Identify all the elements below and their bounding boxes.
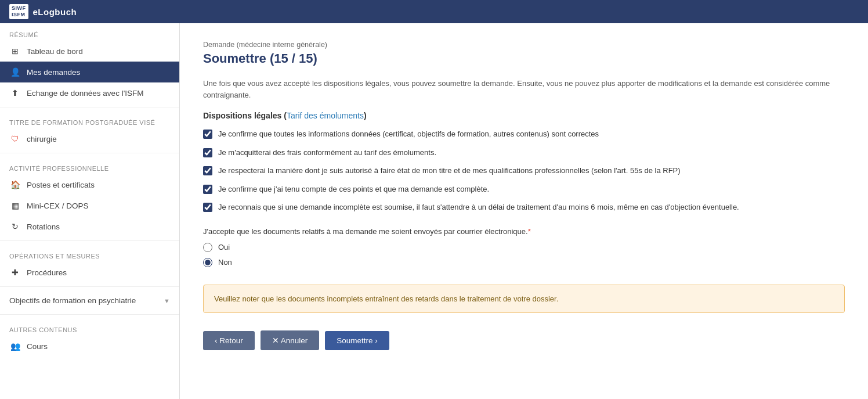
sidebar: Résumé ⊞ Tableau de bord 👤 Mes demandes … — [0, 23, 180, 399]
checkbox-4-label: Je confirme que j'ai tenu compte de ces … — [218, 184, 489, 195]
section-operations-label: Opérations et mesures — [0, 245, 179, 262]
dashboard-icon: ⊞ — [9, 46, 21, 56]
page-subtitle: Demande (médecine interne générale) — [203, 41, 845, 49]
radio-group: Oui Non — [203, 243, 845, 267]
sidebar-item-rotations[interactable]: ↻ Rotations — [0, 216, 179, 237]
chevron-down-icon: ▼ — [164, 297, 170, 304]
postes-icon: 🏠 — [9, 180, 21, 189]
radio-row-oui: Oui — [203, 243, 845, 252]
sidebar-item-procedures-label: Procédures — [27, 268, 67, 277]
checkbox-row-3: Je respecterai la manière dont je suis a… — [203, 165, 845, 177]
sidebar-item-minicex-label: Mini-CEX / DOPS — [27, 202, 89, 210]
retour-button[interactable]: ‹ Retour — [203, 331, 255, 350]
sidebar-item-echange-label: Echange de données avec l'ISFM — [27, 89, 143, 98]
checkbox-row-1: Je confirme que toutes les informations … — [203, 128, 845, 140]
checkbox-row-5: Je reconnais que si une demande incomplè… — [203, 202, 845, 213]
sidebar-item-postes[interactable]: 🏠 Postes et certificats — [0, 174, 179, 195]
checkbox-5[interactable] — [203, 203, 212, 212]
info-text: Une fois que vous avez accepté les dispo… — [203, 78, 845, 100]
annuler-button[interactable]: ✕ Annuler — [261, 330, 320, 350]
checkbox-1[interactable] — [203, 130, 212, 139]
checkbox-3[interactable] — [203, 166, 212, 175]
radio-non-label: Non — [218, 258, 232, 267]
topbar: SIWF ISFM eLogbuch — [0, 0, 868, 23]
section-titre-label: Titre de formation postgraduée visé — [0, 111, 179, 128]
checkbox-1-label: Je confirme que toutes les informations … — [218, 128, 599, 140]
radio-oui-label: Oui — [218, 243, 230, 251]
warning-box: Veuillez noter que les documents incompl… — [203, 285, 845, 314]
sidebar-item-mes-demandes[interactable]: 👤 Mes demandes — [0, 62, 179, 82]
checkbox-row-4: Je confirme que j'ai tenu compte de ces … — [203, 184, 845, 195]
sidebar-item-tableau[interactable]: ⊞ Tableau de bord — [0, 41, 179, 62]
checkbox-5-label: Je reconnais que si une demande incomplè… — [218, 202, 739, 213]
logo: SIWF ISFM eLogbuch — [9, 4, 77, 19]
sidebar-item-chirurgie[interactable]: 🛡 chirurgie — [0, 128, 179, 149]
checkbox-3-label: Je respecterai la manière dont je suis a… — [218, 165, 681, 177]
cours-icon: 👥 — [9, 342, 21, 351]
section-autres-label: Autres contenus — [0, 318, 179, 336]
sidebar-item-objectifs[interactable]: Objectifs de formation en psychiatrie ▼ — [0, 290, 179, 311]
rotations-icon: ↻ — [9, 222, 21, 231]
sidebar-item-cours[interactable]: 👥 Cours — [0, 336, 179, 357]
logo-box: SIWF ISFM — [9, 4, 28, 19]
sidebar-item-tableau-label: Tableau de bord — [27, 47, 83, 56]
legal-title: Dispositions légales (Tarif des émolumen… — [203, 111, 845, 120]
sidebar-item-chirurgie-label: chirurgie — [27, 135, 57, 143]
checkbox-2-label: Je m'acquitterai des frais conformément … — [218, 147, 436, 159]
minicex-icon: ▦ — [9, 201, 21, 210]
radio-group-label: J'accepte que les documents relatifs à m… — [203, 227, 845, 236]
sidebar-item-postes-label: Postes et certificats — [27, 181, 95, 189]
content-area: Demande (médecine interne générale) Soum… — [180, 23, 868, 399]
checkbox-row-2: Je m'acquitterai des frais conformément … — [203, 147, 845, 159]
warning-text: Veuillez noter que les documents incompl… — [214, 294, 558, 303]
user-icon: 👤 — [9, 67, 21, 77]
app-name: eLogbuch — [33, 7, 77, 17]
sidebar-item-mes-demandes-label: Mes demandes — [27, 68, 80, 77]
section-activite-label: Activité professionnelle — [0, 157, 179, 174]
procedures-icon: ✚ — [9, 268, 21, 277]
section-resume: Résumé — [0, 23, 179, 41]
radio-oui[interactable] — [203, 243, 212, 252]
button-row: ‹ Retour ✕ Annuler Soumettre › — [203, 330, 845, 350]
checkbox-group: Je confirme que toutes les informations … — [203, 128, 845, 213]
sidebar-item-minicex[interactable]: ▦ Mini-CEX / DOPS — [0, 195, 179, 216]
sidebar-item-cours-label: Cours — [27, 342, 48, 351]
legal-link[interactable]: Tarif des émoluments — [287, 111, 364, 120]
sidebar-item-objectifs-label: Objectifs de formation en psychiatrie — [9, 296, 136, 305]
required-marker: * — [528, 227, 531, 236]
radio-row-non: Non — [203, 258, 845, 267]
shield-icon: 🛡 — [9, 134, 21, 143]
exchange-icon: ⬆ — [9, 88, 21, 98]
checkbox-4[interactable] — [203, 185, 212, 194]
soumettre-button[interactable]: Soumettre › — [325, 331, 389, 350]
checkbox-2[interactable] — [203, 148, 212, 157]
sidebar-item-echange[interactable]: ⬆ Echange de données avec l'ISFM — [0, 82, 179, 103]
page-title: Soumettre (15 / 15) — [203, 51, 845, 66]
sidebar-item-procedures[interactable]: ✚ Procédures — [0, 262, 179, 283]
radio-non[interactable] — [203, 258, 212, 267]
sidebar-item-rotations-label: Rotations — [27, 222, 60, 231]
